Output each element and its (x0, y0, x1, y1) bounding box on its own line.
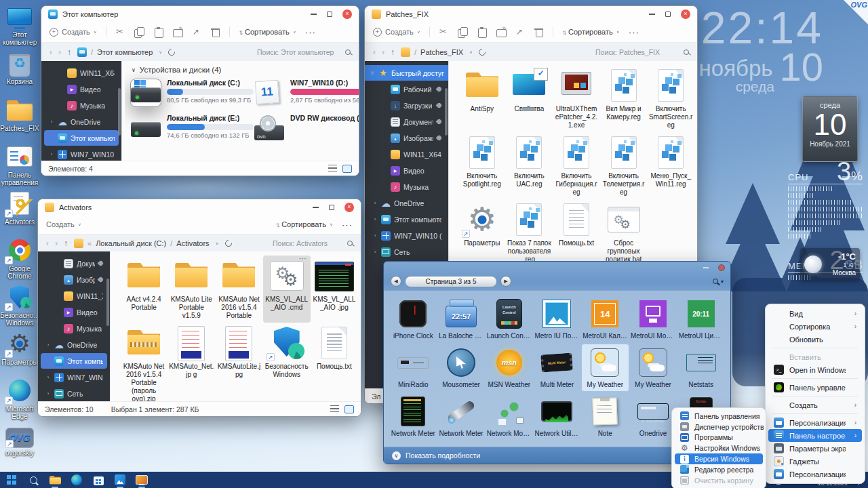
taskbar-app-button[interactable] (92, 474, 104, 486)
sidebar-item[interactable]: Изображения (368, 130, 446, 146)
share-icon[interactable] (515, 27, 525, 37)
file-item[interactable]: ↗ KMSAuto Lite Portable v1.5.9 (167, 256, 215, 323)
taskbar-app-button[interactable] (136, 474, 148, 486)
minimize-button[interactable] (313, 207, 319, 208)
search-box[interactable]: Поиск: Этот компьютер (257, 48, 351, 56)
up-button[interactable]: ↑ (64, 239, 68, 248)
cut-icon[interactable] (439, 27, 449, 37)
context-menu-item[interactable] (772, 413, 858, 414)
file-item[interactable]: ↗ Включить Spotlight.reg (458, 132, 506, 199)
file-item[interactable]: ↗ Включить Телеметрия.reg (600, 132, 648, 199)
back-button[interactable]: ‹ (50, 47, 52, 57)
new-button[interactable]: Создать∨ (46, 220, 81, 228)
back-button[interactable]: ‹ (373, 47, 376, 57)
restore-button[interactable] (329, 205, 334, 210)
sidebar-item[interactable]: Изображен (41, 272, 107, 287)
sidebar-item[interactable]: Документы (41, 256, 107, 271)
file-item[interactable]: ↗ Помощь.txt (553, 199, 600, 266)
titlebar[interactable]: Patches_FIX × (365, 6, 697, 22)
forward-button[interactable]: › (58, 47, 61, 57)
scrollbar[interactable] (445, 88, 448, 136)
gadget-item[interactable]: Network Meter (389, 392, 437, 441)
gadget-item[interactable]: Network Utilizat... (533, 392, 581, 441)
refresh-icon[interactable] (224, 238, 233, 247)
drive-item[interactable]: ↗ Локальный диск (E:) 74,6 ГБ свободно и… (130, 114, 254, 142)
sidebar-item[interactable]: Этот компьютер (41, 353, 107, 369)
context-menu-item[interactable]: Панель настроек › (768, 429, 862, 442)
sidebar-item[interactable]: › Сеть (41, 386, 107, 401)
file-item[interactable]: ↗ Включить Гибернация.reg (553, 132, 600, 199)
file-item[interactable]: ↗ KMS_VL_ALL_AIO .cmd (263, 256, 311, 323)
close-button[interactable]: × (681, 9, 690, 19)
sidebar-item[interactable]: › OneDrive (44, 114, 119, 129)
titlebar[interactable]: Activators × (38, 199, 361, 215)
submenu-item[interactable]: Программы (675, 432, 763, 443)
sidebar-item[interactable]: WIN11_X64_PR (41, 288, 107, 304)
sidebar-item[interactable]: WIN11_X64_PRO_OVG_ (368, 146, 446, 162)
restore-button[interactable] (327, 12, 332, 17)
file-item[interactable]: ↗ KMS_VL_ALL_AIO .jpg (311, 256, 358, 323)
gadget-item[interactable]: 22:57 30/09/2007 La Baloche Clock (437, 295, 486, 343)
forward-button[interactable]: › (382, 47, 384, 57)
desktop-icon[interactable]: ↗ Корзина (0, 49, 39, 94)
gadget-item[interactable]: Metro IU Показ ... (533, 295, 581, 343)
file-item[interactable]: ↗ AAct v4.2.4 Portable (120, 256, 167, 323)
gadget-item[interactable]: C : 8.44 GB free Onedrive (629, 392, 677, 441)
submenu-item[interactable]: Диспетчер устройств (675, 422, 763, 432)
delete-icon[interactable] (210, 27, 220, 37)
desktop-icon[interactable]: ↗ Patches_FIX (0, 96, 39, 141)
prev-page-button[interactable]: ◀ (391, 276, 401, 287)
taskbar-app-button[interactable] (71, 474, 83, 486)
submenu-item[interactable]: Редактор реестра (675, 464, 763, 475)
gadget-item[interactable]: Multi Meter Multi Meter (533, 344, 581, 392)
breadcrumb[interactable]: « Локальный диск (C:) / Activators (74, 239, 210, 248)
scrollbar[interactable] (106, 279, 109, 326)
file-item[interactable]: ↗ KMSAuto_Net.jp g (167, 323, 215, 401)
context-menu-item[interactable]: Панель управления NVIDIA (768, 381, 862, 394)
cut-icon[interactable] (115, 27, 125, 37)
gadget-item[interactable]: Mousometer (437, 344, 486, 392)
file-item[interactable]: ↗ Включить SmartScreen.reg (647, 65, 694, 132)
sidebar-item[interactable]: › OneDrive (41, 337, 107, 352)
search-box[interactable]: Поиск: Patches_FIX (595, 48, 689, 56)
gadget-item[interactable]: iPhone Clock (389, 295, 437, 343)
desktop-icon[interactable]: ↗ Activators (0, 190, 39, 235)
desktop-icon[interactable]: ↗ Google Chrome (0, 237, 39, 281)
sidebar-item[interactable]: Загрузки (368, 98, 446, 113)
restore-button[interactable] (665, 12, 671, 17)
close-button[interactable]: × (342, 9, 352, 19)
taskbar-app-button[interactable] (5, 474, 18, 486)
context-menu-item[interactable] (772, 348, 858, 348)
desktop-icon[interactable]: ↗ Этот компьютер (0, 3, 39, 47)
gadget-item[interactable]: My Weather (629, 344, 677, 392)
breadcrumb[interactable]: / Этот компьютер (77, 47, 153, 57)
context-menu-item[interactable]: Параметры экрана (768, 442, 862, 455)
gadget-item[interactable]: MiniRadio (389, 344, 437, 392)
details-view-icon[interactable] (330, 405, 339, 413)
back-button[interactable]: ‹ (46, 239, 49, 248)
sidebar-item[interactable]: Музыка (41, 321, 107, 336)
file-item[interactable]: ↗ Включить UAC.reg (506, 132, 553, 199)
file-item[interactable]: ↗ Сброс групповых политик.bat (600, 199, 648, 266)
file-item[interactable]: ↗ Меню_Пуск_Win11.reg (647, 132, 694, 199)
forward-button[interactable]: › (55, 239, 58, 248)
sidebar-item[interactable]: › WIN7_WIN10 (D:) (368, 228, 446, 243)
drive-item[interactable]: ↗ DVD RW дисковод (F:) (254, 114, 359, 142)
sidebar-item[interactable]: ∨ Быстрый доступ (365, 65, 448, 81)
desktop-icon[interactable]: ↗ Параметры (0, 330, 39, 375)
minimize-button[interactable] (311, 14, 317, 15)
file-item[interactable]: ↗ Безопасность Windows (263, 323, 311, 401)
sidebar-item[interactable]: › Сеть (368, 244, 446, 260)
file-item[interactable]: ↗ Показ 7 папок пользователя.reg (506, 199, 553, 266)
sort-button[interactable]: ↑↓Сортировать∨ (239, 28, 296, 36)
icons-view-icon[interactable] (342, 165, 352, 173)
submenu-item[interactable]: Версия Windows (675, 453, 763, 464)
gadget-item[interactable]: 14 MetroUI Календ... (581, 295, 629, 343)
minimize-button[interactable] (703, 267, 709, 268)
more-button[interactable]: ··· (305, 27, 316, 37)
gadget-item[interactable]: 20:11 MetroUI Цифро... (677, 295, 725, 343)
context-menu-item[interactable]: Гаджеты (768, 455, 862, 468)
file-item[interactable]: ↗ KMSAuto Net 2016 v1.5.4 Portable (паро… (120, 323, 167, 401)
context-menu-item[interactable]: Вид › (768, 307, 862, 320)
submenu-item[interactable]: Очистить корзину (675, 475, 763, 486)
